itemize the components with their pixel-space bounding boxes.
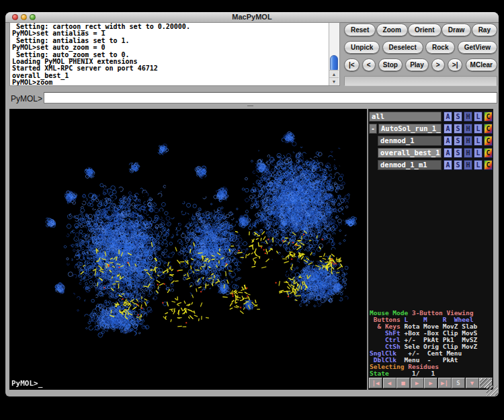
toolbar-button-ray[interactable]: Ray — [472, 24, 497, 36]
hide-menu-button[interactable]: H — [464, 112, 472, 122]
show-menu-button[interactable]: S — [454, 148, 462, 158]
label-menu-button[interactable]: L — [474, 136, 482, 146]
title-bar[interactable]: MacPyMOL — [5, 12, 499, 23]
toolbar-button-go-to-start[interactable]: |< — [344, 58, 360, 71]
toolbar-button-deselect[interactable]: Deselect — [382, 41, 423, 54]
toolbar-button-zoom[interactable]: Zoom — [376, 24, 408, 36]
color-menu-button[interactable]: C — [484, 136, 493, 146]
toolbar-button-orient[interactable]: Orient — [408, 24, 441, 36]
toolbar-button-go-to-end[interactable]: >| — [448, 58, 463, 71]
action-menu-button[interactable]: A — [444, 148, 452, 158]
window-title: MacPyMOL — [5, 12, 499, 22]
density-mesh-render[interactable] — [9, 109, 367, 390]
show-menu-button[interactable]: S — [454, 124, 462, 134]
mouse-panel-text: 1/ 1 — [389, 370, 435, 377]
log-output: Setting: cartoon_rect_width set to 0.200… — [10, 23, 329, 85]
toolbar-button-getview[interactable]: GetView — [458, 41, 497, 54]
hide-menu-button[interactable]: H — [464, 160, 472, 170]
movie-controls: |◀◀■▶▶▶|S▼ — [369, 378, 493, 388]
hide-menu-button[interactable]: H — [464, 136, 472, 146]
mouse-panel-line: State 1/ 1 — [370, 370, 477, 377]
show-menu-button[interactable]: S — [454, 136, 462, 146]
object-row-overall_best_1: overall_best_1ASHLC — [369, 146, 493, 159]
toolbar-button-unpick[interactable]: Unpick — [344, 41, 380, 54]
movie-play-button[interactable]: ▶ — [411, 378, 424, 388]
object-name[interactable]: denmod_1_m1 — [378, 160, 442, 170]
label-menu-button[interactable]: L — [474, 160, 482, 170]
mouse-mode-panel: Mouse Mode 3-Button Viewing Buttons L M … — [370, 310, 477, 377]
object-row-denmod_1: denmod_1ASHLC — [369, 134, 493, 146]
color-menu-button[interactable]: C — [484, 148, 493, 158]
control-sidebar: allASHLC-AutoSol_run_1_ASHLCdenmod_1ASHL… — [368, 109, 493, 390]
show-menu-button[interactable]: S — [454, 112, 462, 122]
object-row-AutoSol_run_1_: -AutoSol_run_1_ASHLC — [369, 122, 493, 134]
movie-stop-button[interactable]: ■ — [396, 378, 410, 388]
object-name[interactable]: overall_best_1 — [378, 148, 442, 158]
toolbar-button-reset[interactable]: Reset — [344, 24, 376, 36]
toolbar: ResetZoomOrientDrawRay UnpickDeselectRoc… — [344, 24, 497, 86]
object-row-denmod_1_m1: denmod_1_m1ASHLC — [369, 159, 493, 171]
movie-rewind-button[interactable]: |◀ — [369, 378, 382, 388]
toolbar-button-step-back[interactable]: < — [362, 58, 376, 71]
toolbar-button-stop[interactable]: Stop — [378, 58, 403, 71]
log-scrollbar[interactable]: ▲ ▼ — [329, 23, 339, 85]
main-area: PyMOL>_ allASHLC-AutoSol_run_1_ASHLCdenm… — [9, 109, 493, 390]
color-menu-button[interactable]: C — [484, 160, 493, 170]
toolbar-button-rock[interactable]: Rock — [425, 41, 455, 54]
action-menu-button[interactable]: A — [444, 112, 452, 122]
color-menu-button[interactable]: C — [484, 112, 493, 122]
movie-end-button[interactable]: ▶| — [438, 378, 452, 388]
hide-menu-button[interactable]: H — [464, 148, 472, 158]
movie-s-button[interactable]: S — [452, 378, 465, 388]
movie-forward-button[interactable]: ▶ — [424, 378, 437, 388]
toolbar-button-draw[interactable]: Draw — [442, 24, 471, 36]
toolbar-button-play[interactable]: Play — [405, 58, 429, 71]
scroll-down-icon[interactable]: ▼ — [329, 77, 339, 85]
object-name[interactable]: AutoSol_run_1_ — [378, 124, 442, 134]
feedback-bar — [344, 76, 497, 86]
show-menu-button[interactable]: S — [454, 160, 462, 170]
label-menu-button[interactable]: L — [474, 148, 482, 158]
viewport-prompt: PyMOL>_ — [11, 379, 42, 388]
movie-back-button[interactable]: ◀ — [383, 378, 396, 388]
minimize-button-icon[interactable] — [21, 14, 27, 20]
movie-menu-button[interactable]: ▼ — [466, 378, 479, 388]
toolbar-button-mclear[interactable]: MClear — [466, 58, 497, 71]
object-name[interactable]: denmod_1 — [378, 136, 442, 146]
toolbar-button-step-forward[interactable]: > — [431, 58, 445, 71]
color-menu-button[interactable]: C — [484, 124, 493, 134]
object-name[interactable]: all — [369, 112, 442, 122]
window-resize-grip[interactable] — [487, 386, 498, 396]
log-area: Setting: cartoon_rect_width set to 0.200… — [9, 22, 340, 86]
label-menu-button[interactable]: L — [474, 124, 482, 134]
hide-menu-button[interactable]: H — [464, 124, 472, 134]
mouse-panel-text: State — [370, 370, 389, 377]
command-input[interactable] — [44, 92, 497, 103]
molecule-viewport[interactable]: PyMOL>_ — [9, 109, 367, 390]
action-menu-button[interactable]: A — [444, 124, 452, 134]
label-menu-button[interactable]: L — [474, 112, 482, 122]
action-menu-button[interactable]: A — [444, 160, 452, 170]
action-menu-button[interactable]: A — [444, 136, 452, 146]
zoom-button-icon[interactable] — [30, 14, 36, 20]
macpymol-window: MacPyMOL Setting: cartoon_rect_width set… — [5, 12, 499, 396]
close-button-icon[interactable] — [12, 14, 18, 20]
command-prompt-label: PyMOL> — [11, 94, 42, 103]
group-collapse-toggle[interactable]: - — [369, 124, 377, 134]
object-row-all: allASHLC — [369, 110, 493, 122]
